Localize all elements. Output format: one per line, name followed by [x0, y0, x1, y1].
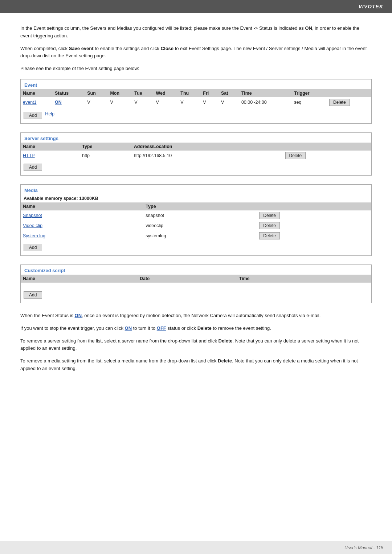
server-col-address: Address/Location	[132, 143, 283, 151]
media-col-action	[257, 202, 371, 210]
videoclip-delete-button[interactable]: Delete	[259, 222, 280, 229]
event-add-button[interactable]: Add	[24, 112, 42, 119]
event-col-time: Time	[239, 89, 292, 97]
event-panel-title: Event	[21, 79, 371, 89]
server-panel-title: Server settings	[21, 133, 371, 143]
event-col-mon: Mon	[108, 89, 132, 97]
outro-text-2a: If you want to stop the event trigger, y…	[20, 325, 125, 331]
memory-space-label: Available memory space: 13000KB	[21, 194, 371, 202]
http-link[interactable]: HTTP	[23, 153, 35, 158]
custom-add-button[interactable]: Add	[24, 291, 42, 299]
media-table: Name Type Snapshot snapshot Delete Video…	[21, 202, 371, 241]
event-col-sat: Sat	[219, 89, 239, 97]
outro-on-link[interactable]: ON	[75, 313, 82, 318]
snapshot-link[interactable]: Snapshot	[23, 213, 42, 218]
media-row-systemlog: System log systemlog Delete	[21, 231, 371, 241]
event-col-thu: Thu	[178, 89, 201, 97]
intro-on-text: ON	[305, 25, 312, 31]
custom-panel: Customized script Name Date Time Add	[20, 264, 372, 303]
systemlog-delete-button[interactable]: Delete	[259, 232, 280, 239]
outro-text-4a: To remove a media setting from the list,…	[20, 358, 218, 364]
outro-text-1a: When the Event Status is	[20, 313, 75, 318]
media-row-videoclip: Video clip videoclip Delete	[21, 221, 371, 231]
intro-text-2b: to enable the settings and click	[94, 46, 161, 51]
event-table: Name Status Sun Mon Tue Wed Thu Fri Sat …	[21, 89, 371, 107]
intro-save-event: Save event	[69, 46, 94, 51]
event-col-trigger: Trigger	[292, 89, 327, 97]
event1-delete-button[interactable]: Delete	[329, 99, 350, 106]
outro-text-1b: , once an event is triggered by motion d…	[82, 313, 320, 318]
event1-sun: V	[85, 97, 108, 107]
intro-close: Close	[161, 46, 173, 51]
server1-type: http	[80, 151, 132, 161]
media-col-name: Name	[21, 202, 143, 210]
footer-bar: User's Manual - 115	[0, 541, 392, 554]
outro-text-2b: to turn it to	[132, 325, 157, 331]
snapshot-delete-button[interactable]: Delete	[259, 212, 280, 219]
outro-text-2c: status or click	[166, 325, 197, 331]
event1-time: 00:00~24:00	[239, 97, 292, 107]
event1-trigger: seq	[292, 97, 327, 107]
footer-text: User's Manual - 115	[344, 545, 383, 550]
event-col-status: Status	[53, 89, 85, 97]
header-bar: VIVOTEK	[0, 0, 392, 13]
server1-address: http://192.168.5.10	[132, 151, 283, 161]
media-add-button[interactable]: Add	[24, 244, 42, 251]
outro-delete1: Delete	[197, 325, 212, 331]
server-col-name: Name	[21, 143, 80, 151]
server-row-1: HTTP http http://192.168.5.10 Delete	[21, 151, 371, 161]
outro-para-3: To remove a server setting from the list…	[20, 337, 372, 353]
brand-logo: VIVOTEK	[359, 4, 383, 9]
server1-delete-button[interactable]: Delete	[285, 152, 306, 159]
systemlog-link[interactable]: System log	[23, 233, 45, 238]
systemlog-type: systemlog	[143, 231, 257, 241]
event-panel: Event Name Status Sun Mon Tue Wed Thu Fr…	[20, 79, 372, 124]
custom-table: Name Date Time	[21, 275, 371, 288]
event1-mon: V	[108, 97, 132, 107]
custom-col-time: Time	[237, 275, 341, 283]
outro-text-2d: to remove the event setting.	[212, 325, 271, 331]
event1-status[interactable]: ON	[55, 100, 62, 105]
media-panel: Media Available memory space: 13000KB Na…	[20, 184, 372, 256]
server-panel: Server settings Name Type Address/Locati…	[20, 132, 372, 176]
event1-thu: V	[178, 97, 201, 107]
event-help-link[interactable]: Help	[45, 111, 54, 116]
server-col-action	[283, 143, 371, 151]
media-col-type: Type	[143, 202, 257, 210]
outro-para-1: When the Event Status is ON, once an eve…	[20, 312, 372, 320]
event-col-sun: Sun	[85, 89, 108, 97]
event1-link[interactable]: event1	[23, 100, 37, 105]
server-col-type: Type	[80, 143, 132, 151]
outro-on2-link[interactable]: ON	[125, 325, 132, 331]
videoclip-type: videoclip	[143, 221, 257, 231]
event-col-wed: Wed	[154, 89, 178, 97]
event1-sat: V	[219, 97, 239, 107]
snapshot-type: snapshot	[143, 210, 257, 221]
outro-delete2: Delete	[219, 338, 233, 344]
event-col-fri: Fri	[201, 89, 219, 97]
intro-text-1a: In the Event settings column, the Server…	[20, 25, 305, 31]
media-row-snapshot: Snapshot snapshot Delete	[21, 210, 371, 221]
event-col-tue: Tue	[132, 89, 154, 97]
custom-panel-title: Customized script	[21, 265, 371, 275]
event1-tue: V	[132, 97, 154, 107]
outro-para-4: To remove a media setting from the list,…	[20, 357, 372, 373]
server-table: Name Type Address/Location HTTP http htt…	[21, 143, 371, 161]
custom-col-name: Name	[21, 275, 138, 283]
intro-para-1: In the Event settings column, the Server…	[20, 25, 372, 40]
videoclip-link[interactable]: Video clip	[23, 223, 42, 228]
server-add-button[interactable]: Add	[24, 164, 42, 171]
custom-col-date: Date	[138, 275, 237, 283]
custom-col-action	[341, 275, 371, 283]
outro-text-3a: To remove a server setting from the list…	[20, 338, 219, 344]
outro-para-2: If you want to stop the event trigger, y…	[20, 325, 372, 332]
example-label: Please see the example of the Event sett…	[20, 65, 372, 73]
event-col-action	[327, 89, 371, 97]
outro-delete3: Delete	[218, 358, 232, 364]
media-panel-title: Media	[21, 185, 371, 194]
outro-off-link[interactable]: OFF	[157, 325, 166, 331]
content-area: In the Event settings column, the Server…	[0, 13, 392, 392]
intro-para-2: When completed, click Save event to enab…	[20, 45, 372, 60]
custom-empty-row	[21, 283, 371, 288]
event1-wed: V	[154, 97, 178, 107]
